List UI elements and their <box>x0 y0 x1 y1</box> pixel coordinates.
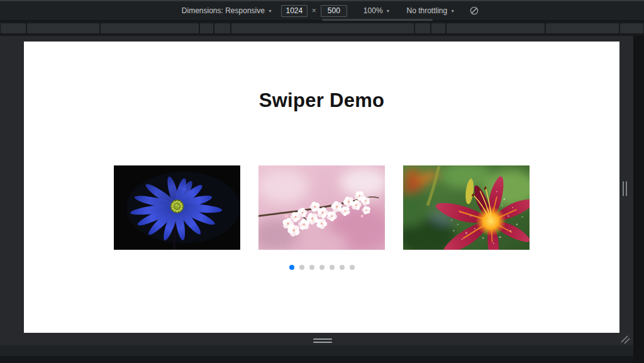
rendered-page: Swiper Demo <box>24 42 619 333</box>
media-query-segment[interactable] <box>214 23 230 33</box>
viewport-resize-handle-corner[interactable] <box>620 335 631 349</box>
chevron-down-icon: ▼ <box>450 9 455 13</box>
viewport-height-input[interactable] <box>321 5 347 17</box>
chevron-down-icon: ▼ <box>268 9 272 13</box>
slide-image-red-daylily[interactable] <box>403 165 530 250</box>
cherry-blossom-illustration <box>258 165 385 250</box>
zoom-dropdown[interactable]: 100% ▼ <box>364 6 391 15</box>
pagination-dot[interactable] <box>299 265 304 270</box>
media-query-segment[interactable] <box>27 23 99 33</box>
throttling-dropdown[interactable]: No throttling ▼ <box>407 6 455 15</box>
media-query-bar <box>0 21 644 36</box>
screen-rotate-icon <box>469 6 479 16</box>
rotate-viewport-button[interactable] <box>469 5 480 16</box>
media-query-segment[interactable] <box>546 23 619 33</box>
media-query-segment[interactable] <box>620 23 643 33</box>
viewport-resize-handle-bottom[interactable] <box>313 338 332 343</box>
slide-image-blue-anemone[interactable] <box>114 165 240 250</box>
corner-resize-icon <box>620 335 631 346</box>
zoom-value: 100% <box>364 6 383 15</box>
viewport-resize-handle-right[interactable] <box>623 181 627 196</box>
pagination-dot[interactable] <box>319 265 325 270</box>
dimension-separator: × <box>312 6 316 15</box>
pagination-dot[interactable] <box>309 265 314 270</box>
media-query-segment[interactable] <box>231 23 414 33</box>
media-query-segment[interactable] <box>431 23 445 33</box>
pagination-dots <box>24 264 619 270</box>
chevron-down-icon: ▼ <box>386 9 391 13</box>
canvas-lower-band <box>0 345 633 356</box>
page-title: Swiper Demo <box>24 89 619 112</box>
slide-image-cherry-blossom[interactable] <box>258 165 385 250</box>
window-right-edge <box>633 36 644 363</box>
media-query-segment[interactable] <box>1 23 26 33</box>
window-bottom-edge <box>0 356 633 363</box>
device-toolbar: Dimensions: Responsive ▼ × 100% ▼ No thr… <box>0 0 644 21</box>
device-canvas: Swiper Demo <box>0 36 644 363</box>
pagination-dot-active[interactable] <box>289 265 294 270</box>
red-daylily-illustration <box>403 165 530 250</box>
swiper-carousel <box>24 165 619 250</box>
dimensions-label: Dimensions: Responsive <box>182 6 265 15</box>
media-query-segment[interactable] <box>101 23 199 33</box>
media-query-segment[interactable] <box>447 23 545 33</box>
pagination-dot[interactable] <box>340 265 345 270</box>
pagination-dot[interactable] <box>330 265 335 270</box>
viewport-width-input[interactable] <box>281 5 308 17</box>
dimensions-dropdown[interactable]: Dimensions: Responsive ▼ <box>182 6 272 15</box>
media-query-segment[interactable] <box>415 23 430 33</box>
media-query-segment[interactable] <box>200 23 213 33</box>
throttling-value: No throttling <box>407 6 448 15</box>
blue-anemone-illustration <box>114 165 240 250</box>
pagination-dot[interactable] <box>350 265 355 270</box>
